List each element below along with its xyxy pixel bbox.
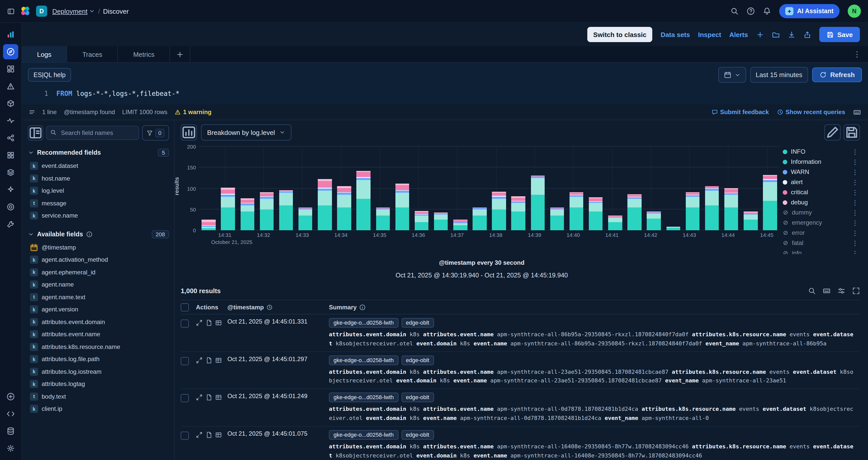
histogram-bar[interactable] <box>531 175 545 230</box>
warning-indicator[interactable]: 1 warning <box>175 108 212 116</box>
nav-stack-icon[interactable] <box>3 165 18 180</box>
legend-item[interactable]: WARN⋮ <box>783 167 860 177</box>
keyboard-shortcuts-icon[interactable] <box>853 108 861 116</box>
histogram-bar[interactable] <box>202 219 216 230</box>
resource-badge[interactable]: edge-oblt <box>401 355 434 365</box>
legend-item-menu[interactable]: ⋮ <box>850 209 860 216</box>
legend-item[interactable]: ⊘emergency⋮ <box>783 218 860 228</box>
collapse-fields-button[interactable] <box>28 125 43 140</box>
nav-settings-icon[interactable] <box>3 441 18 456</box>
nav-service-map-icon[interactable] <box>3 130 18 145</box>
new-session-icon[interactable] <box>756 31 764 38</box>
field-item[interactable]: kservice.name <box>28 209 169 222</box>
submit-feedback-link[interactable]: Submit feedback <box>711 108 769 116</box>
field-item[interactable]: kattributes.log.file.path <box>28 353 169 365</box>
histogram-bar[interactable] <box>221 188 235 230</box>
resource-badge[interactable]: edge-oblt <box>401 430 434 440</box>
field-item[interactable]: kattributes.event.domain <box>28 316 169 328</box>
legend-item-menu[interactable]: ⋮ <box>850 199 860 206</box>
add-tab-button[interactable] <box>170 46 191 62</box>
histogram-bar[interactable] <box>569 192 584 230</box>
legend-item-menu[interactable]: ⋮ <box>850 158 860 166</box>
nav-add-icon[interactable] <box>3 389 18 404</box>
alerts-link[interactable]: Alerts <box>730 31 748 38</box>
field-item[interactable]: kevent.dataset <box>28 160 169 172</box>
legend-item-menu[interactable]: ⋮ <box>850 249 860 254</box>
collapse-nav-icon[interactable] <box>7 7 15 15</box>
histogram-bar[interactable] <box>705 186 719 230</box>
sort-time-icon[interactable] <box>266 304 272 310</box>
legend-item-menu[interactable]: ⋮ <box>850 239 860 247</box>
keyboard-icon[interactable] <box>823 287 831 295</box>
field-filter-button[interactable]: 0 <box>142 125 169 140</box>
tab-logs[interactable]: Logs <box>22 46 67 62</box>
histogram-bar[interactable] <box>279 190 293 230</box>
histogram-bar[interactable] <box>608 216 622 230</box>
tab-metrics[interactable]: Metrics <box>118 46 170 62</box>
legend-item-menu[interactable]: ⋮ <box>850 148 860 156</box>
query-input[interactable]: 1 FROM logs-*-*,logs-*,filebeat-* <box>28 90 862 97</box>
tab-traces[interactable]: Traces <box>67 46 118 62</box>
field-item[interactable]: klog.level <box>28 185 169 197</box>
view-document-icon[interactable] <box>206 394 212 401</box>
share-icon[interactable] <box>803 31 811 38</box>
date-picker-quick-button[interactable] <box>718 67 746 83</box>
field-item[interactable]: khost.name <box>28 172 169 185</box>
info-icon[interactable] <box>359 304 365 310</box>
download-icon[interactable] <box>787 31 795 38</box>
histogram-bar[interactable] <box>589 197 603 230</box>
time-range-button[interactable]: Last 15 minutes <box>750 67 808 83</box>
legend-item-menu[interactable]: ⋮ <box>850 189 860 196</box>
field-search-input[interactable] <box>46 126 139 140</box>
field-item[interactable]: kattributes.k8s.resource.name <box>28 340 169 353</box>
nav-ml-icon[interactable] <box>3 182 18 197</box>
nav-console-icon[interactable] <box>3 406 18 422</box>
save-visualization-button[interactable] <box>844 124 860 140</box>
resource-badge[interactable]: gke-edge-o...d0258-lwth <box>329 430 398 440</box>
legend-item[interactable]: debug⋮ <box>783 197 860 207</box>
notifications-icon[interactable] <box>763 7 771 15</box>
space-badge[interactable]: D <box>36 6 47 17</box>
nav-discover-icon[interactable] <box>3 44 18 59</box>
nav-dev-tools-icon[interactable] <box>3 217 18 232</box>
histogram-bar[interactable] <box>512 196 525 230</box>
histogram-bar[interactable] <box>763 175 777 230</box>
breadcrumb-deployment[interactable]: Deployment <box>52 7 95 15</box>
field-item[interactable]: tbody.text <box>28 390 169 403</box>
histogram-panel-toggle[interactable] <box>181 124 197 140</box>
field-item[interactable]: kagent.activation_method <box>28 254 169 266</box>
table-settings-icon[interactable] <box>838 287 845 295</box>
legend-item[interactable]: ⊘error⋮ <box>783 228 860 238</box>
nav-profiling-icon[interactable] <box>3 199 18 215</box>
field-item[interactable]: @timestamp <box>28 241 169 254</box>
nav-integrations-icon[interactable] <box>3 96 18 111</box>
analytics-logo-icon[interactable] <box>3 27 18 42</box>
histogram-bar[interactable] <box>724 188 738 230</box>
histogram-bar[interactable] <box>318 179 332 230</box>
tabs-menu-button[interactable]: ⋮ <box>846 46 868 62</box>
histogram-bar[interactable] <box>260 192 274 230</box>
resource-badge[interactable]: gke-edge-o...d0258-lwth <box>329 393 398 402</box>
nav-dashboards-icon[interactable] <box>3 61 18 76</box>
resource-badge[interactable]: edge-oblt <box>401 393 434 402</box>
row-checkbox[interactable] <box>181 394 189 402</box>
expand-row-icon[interactable] <box>196 320 203 326</box>
legend-item[interactable]: ⊘fatal⋮ <box>783 238 860 248</box>
open-session-icon[interactable] <box>772 31 779 38</box>
legend-item-menu[interactable]: ⋮ <box>850 219 860 226</box>
histogram-bar[interactable] <box>434 213 448 230</box>
view-surrounding-icon[interactable] <box>215 394 222 401</box>
legend-item[interactable]: Information⋮ <box>783 157 860 167</box>
fullscreen-icon[interactable] <box>852 287 860 295</box>
histogram-bar[interactable] <box>628 194 642 230</box>
nav-apps-icon[interactable] <box>3 147 18 163</box>
data-sets-link[interactable]: Data sets <box>661 31 690 38</box>
histogram-bar[interactable] <box>395 184 409 230</box>
histogram-bar[interactable] <box>472 207 487 230</box>
histogram-bar[interactable] <box>299 207 312 230</box>
expand-row-icon[interactable] <box>196 357 203 363</box>
legend-item[interactable]: ⊘info⋮ <box>783 248 860 254</box>
histogram-bar[interactable] <box>685 192 700 230</box>
resource-badge[interactable]: gke-edge-o...d0258-lwth <box>329 318 398 328</box>
expand-row-icon[interactable] <box>196 432 203 438</box>
